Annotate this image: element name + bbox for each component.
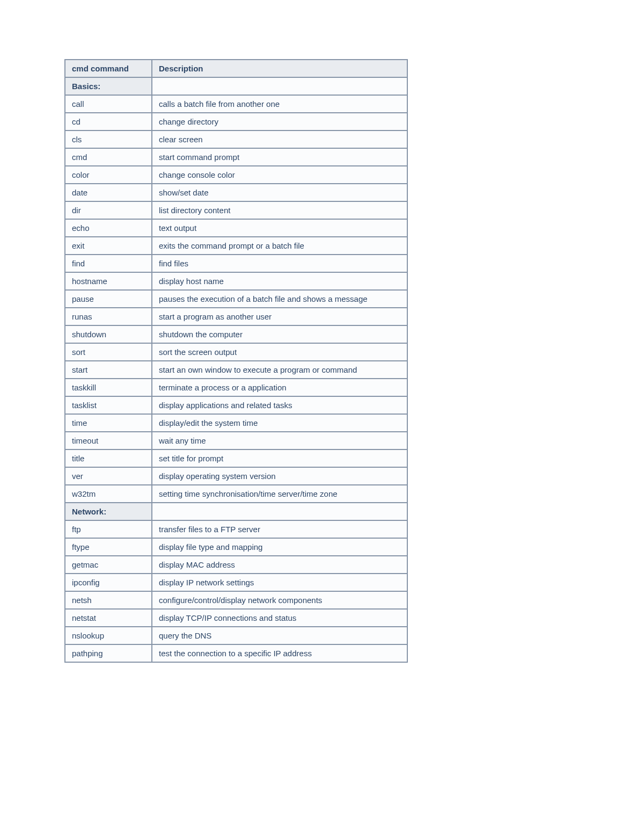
cmd-name: pause	[65, 289, 151, 307]
cmd-name: ftp	[65, 520, 151, 538]
cmd-description: display IP network settings	[151, 573, 407, 591]
table-row: w32tmsetting time synchronisation/time s…	[65, 484, 407, 502]
header-desc: Description	[151, 60, 407, 77]
cmd-name: ver	[65, 467, 151, 484]
table-row: ftypedisplay file type and mapping	[65, 538, 407, 555]
cmd-name: time	[65, 414, 151, 431]
table-row: Network:	[65, 502, 407, 520]
cmd-name: exit	[65, 236, 151, 254]
table-row: runasstart a program as another user	[65, 307, 407, 325]
section-empty	[151, 77, 407, 95]
cmd-description: display applications and related tasks	[151, 396, 407, 414]
table-row: hostnamedisplay host name	[65, 272, 407, 289]
section-label: Network:	[65, 502, 151, 520]
cmd-name: netstat	[65, 608, 151, 626]
table-row: timedisplay/edit the system time	[65, 414, 407, 431]
cmd-description: setting time synchronisation/time server…	[151, 484, 407, 502]
table-row: netstatdisplay TCP/IP connections and st…	[65, 608, 407, 626]
table-row: cmdstart command prompt	[65, 148, 407, 165]
table-row: exitexits the command prompt or a batch …	[65, 236, 407, 254]
cmd-description: find files	[151, 254, 407, 272]
table-row: taskkillterminate a process or a applica…	[65, 378, 407, 396]
table-row: echotext output	[65, 219, 407, 236]
table-row: pausepauses the execution of a batch fil…	[65, 289, 407, 307]
cmd-name: ftype	[65, 538, 151, 555]
cmd-name: ipconfig	[65, 573, 151, 591]
table-row: ipconfigdisplay IP network settings	[65, 573, 407, 591]
section-empty	[151, 502, 407, 520]
cmd-name: start	[65, 360, 151, 378]
table-row: callcalls a batch file from another one	[65, 95, 407, 112]
cmd-description: display operating system version	[151, 467, 407, 484]
cmd-description: display TCP/IP connections and status	[151, 608, 407, 626]
table-row: tasklistdisplay applications and related…	[65, 396, 407, 414]
section-label: Basics:	[65, 77, 151, 95]
cmd-description: calls a batch file from another one	[151, 95, 407, 112]
table-row: startstart an own window to execute a pr…	[65, 360, 407, 378]
cmd-description: wait any time	[151, 431, 407, 449]
table-row: timeoutwait any time	[65, 431, 407, 449]
cmd-description: text output	[151, 219, 407, 236]
cmd-name: cd	[65, 112, 151, 130]
cmd-name: w32tm	[65, 484, 151, 502]
cmd-description: display host name	[151, 272, 407, 289]
cmd-name: tasklist	[65, 396, 151, 414]
cmd-name: sort	[65, 343, 151, 360]
cmd-name: runas	[65, 307, 151, 325]
table-row: clsclear screen	[65, 130, 407, 148]
table-row: cdchange directory	[65, 112, 407, 130]
cmd-name: dir	[65, 201, 151, 219]
cmd-name: date	[65, 183, 151, 201]
table-row: findfind files	[65, 254, 407, 272]
table-row: dirlist directory content	[65, 201, 407, 219]
cmd-description: change console color	[151, 165, 407, 183]
document-page: cmd command Description Basics: callcall…	[0, 0, 644, 663]
table-row: colorchange console color	[65, 165, 407, 183]
cmd-name: nslookup	[65, 626, 151, 644]
cmd-description: pauses the execution of a batch file and…	[151, 289, 407, 307]
table-row: shutdownshutdown the computer	[65, 325, 407, 343]
cmd-description: configure/control/display network compon…	[151, 591, 407, 608]
cmd-description: show/set date	[151, 183, 407, 201]
table-row: ftptransfer files to a FTP server	[65, 520, 407, 538]
cmd-name: timeout	[65, 431, 151, 449]
cmd-description: clear screen	[151, 130, 407, 148]
table-row: getmacdisplay MAC address	[65, 555, 407, 573]
table-row: nslookupquery the DNS	[65, 626, 407, 644]
table-row: netshconfigure/control/display network c…	[65, 591, 407, 608]
cmd-description: terminate a process or a application	[151, 378, 407, 396]
table-row: verdisplay operating system version	[65, 467, 407, 484]
cmd-description: display file type and mapping	[151, 538, 407, 555]
cmd-name: echo	[65, 219, 151, 236]
cmd-description: change directory	[151, 112, 407, 130]
cmd-name: cls	[65, 130, 151, 148]
cmd-description: start a program as another user	[151, 307, 407, 325]
cmd-name: hostname	[65, 272, 151, 289]
table-row: Basics:	[65, 77, 407, 95]
cmd-description: test the connection to a specific IP add…	[151, 644, 407, 662]
table-row: titleset title for prompt	[65, 449, 407, 467]
cmd-description: sort the screen output	[151, 343, 407, 360]
cmd-name: cmd	[65, 148, 151, 165]
table-row: sortsort the screen output	[65, 343, 407, 360]
header-cmd: cmd command	[65, 60, 151, 77]
cmd-description: display MAC address	[151, 555, 407, 573]
cmd-name: netsh	[65, 591, 151, 608]
table-header-row: cmd command Description	[65, 60, 407, 77]
cmd-description: start command prompt	[151, 148, 407, 165]
cmd-description: shutdown the computer	[151, 325, 407, 343]
table-row: dateshow/set date	[65, 183, 407, 201]
cmd-description: start an own window to execute a program…	[151, 360, 407, 378]
cmd-name: call	[65, 95, 151, 112]
cmd-name: shutdown	[65, 325, 151, 343]
cmd-name: find	[65, 254, 151, 272]
cmd-description: list directory content	[151, 201, 407, 219]
cmd-name: taskkill	[65, 378, 151, 396]
cmd-name: getmac	[65, 555, 151, 573]
table-body: cmd command Description Basics: callcall…	[65, 60, 407, 662]
cmd-description: exits the command prompt or a batch file	[151, 236, 407, 254]
cmd-description: display/edit the system time	[151, 414, 407, 431]
cmd-name: pathping	[65, 644, 151, 662]
cmd-reference-table: cmd command Description Basics: callcall…	[64, 59, 408, 663]
cmd-description: set title for prompt	[151, 449, 407, 467]
